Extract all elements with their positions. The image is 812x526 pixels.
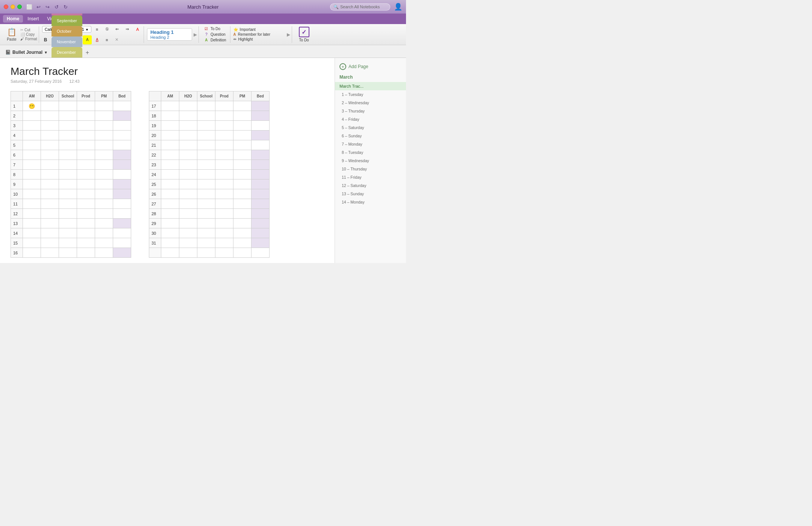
cell-left-16-h2o[interactable]	[41, 248, 59, 258]
sidebar-active-page[interactable]: March Trac...	[335, 82, 406, 90]
cell-left-6-prod[interactable]	[77, 150, 95, 160]
cell-right-31-h2o[interactable]	[179, 238, 197, 248]
cell-left-15-am[interactable]	[23, 238, 41, 248]
account-icon[interactable]: 👤	[394, 3, 402, 11]
cell-right-30-prod[interactable]	[215, 228, 233, 238]
cell-right-empty[interactable]	[161, 248, 179, 258]
maximize-button[interactable]	[17, 5, 22, 9]
cell-left-2-h2o[interactable]	[41, 111, 59, 121]
undo-icon[interactable]: ↺	[53, 4, 59, 10]
cell-right-24-school[interactable]	[197, 170, 215, 179]
definition-tag-item[interactable]: A Definition	[204, 38, 226, 43]
cell-left-6-bed[interactable]	[113, 150, 131, 160]
increase-indent-button[interactable]: ⇒	[123, 25, 132, 34]
cell-right-21-am[interactable]	[161, 140, 179, 150]
cell-left-16-bed[interactable]	[113, 248, 131, 258]
cell-right-19-am[interactable]	[161, 121, 179, 131]
cell-right-28-am[interactable]	[161, 209, 179, 219]
clear-format-button[interactable]: A	[133, 25, 142, 34]
cell-left-9-school[interactable]	[59, 179, 77, 189]
cell-left-13-pm[interactable]	[95, 219, 113, 228]
cell-right-29-am[interactable]	[161, 219, 179, 228]
cell-right-27-prod[interactable]	[215, 199, 233, 209]
cell-right-26-bed[interactable]	[251, 189, 270, 199]
cell-left-4-bed[interactable]	[113, 131, 131, 140]
cell-left-7-am[interactable]	[23, 160, 41, 170]
cell-right-19-bed[interactable]	[251, 121, 270, 131]
cell-left-13-bed[interactable]	[113, 219, 131, 228]
cell-right-27-h2o[interactable]	[179, 199, 197, 209]
sidebar-page-item[interactable]: 5 – Saturday	[335, 123, 406, 132]
cell-left-16-pm[interactable]	[95, 248, 113, 258]
cell-right-empty[interactable]	[233, 248, 251, 258]
cell-right-27-bed[interactable]	[251, 199, 270, 209]
cell-right-28-school[interactable]	[197, 209, 215, 219]
cell-right-24-bed[interactable]	[251, 170, 270, 179]
align-button[interactable]: ≡	[102, 35, 111, 44]
cell-right-18-bed[interactable]	[251, 111, 270, 121]
cell-left-8-prod[interactable]	[77, 170, 95, 179]
cell-right-29-prod[interactable]	[215, 219, 233, 228]
cell-left-9-am[interactable]	[23, 179, 41, 189]
todo-large-button[interactable]: To Do	[295, 26, 313, 43]
cell-right-19-h2o[interactable]	[179, 121, 197, 131]
cell-left-11-school[interactable]	[59, 199, 77, 209]
cell-left-7-school[interactable]	[59, 160, 77, 170]
cell-right-27-pm[interactable]	[233, 199, 251, 209]
cell-left-13-h2o[interactable]	[41, 219, 59, 228]
add-page-button[interactable]: + Add Page	[335, 61, 406, 72]
cut-button[interactable]: ✂ Cut	[20, 28, 37, 32]
cell-right-empty[interactable]	[197, 248, 215, 258]
cell-left-14-pm[interactable]	[95, 228, 113, 238]
cell-right-23-prod[interactable]	[215, 160, 233, 170]
cell-left-9-bed[interactable]	[113, 179, 131, 189]
search-box[interactable]: 🔍 Search All Notebooks	[330, 3, 390, 11]
cell-right-23-pm[interactable]	[233, 160, 251, 170]
headings-section[interactable]: Heading 1 Heading 2	[147, 28, 192, 41]
cell-right-20-prod[interactable]	[215, 131, 233, 140]
cell-right-31-school[interactable]	[197, 238, 215, 248]
todo-tag-item[interactable]: ☑ To Do	[204, 27, 226, 31]
cell-left-3-prod[interactable]	[77, 121, 95, 131]
cell-left-10-bed[interactable]	[113, 189, 131, 199]
cell-right-20-h2o[interactable]	[179, 131, 197, 140]
cell-left-3-school[interactable]	[59, 121, 77, 131]
cell-left-3-h2o[interactable]	[41, 121, 59, 131]
cell-left-4-pm[interactable]	[95, 131, 113, 140]
cell-right-22-am[interactable]	[161, 150, 179, 160]
cell-right-28-h2o[interactable]	[179, 209, 197, 219]
cell-right-25-pm[interactable]	[233, 179, 251, 189]
bullets-button[interactable]: ≡	[92, 25, 102, 34]
cell-left-10-h2o[interactable]	[41, 189, 59, 199]
sidebar-page-item[interactable]: 4 – Friday	[335, 115, 406, 123]
cell-left-16-school[interactable]	[59, 248, 77, 258]
cell-right-31-bed[interactable]	[251, 238, 270, 248]
paste-button[interactable]: 📋 Paste	[4, 26, 20, 43]
cell-left-6-pm[interactable]	[95, 150, 113, 160]
cell-right-28-bed[interactable]	[251, 209, 270, 219]
cell-right-20-school[interactable]	[197, 131, 215, 140]
cell-left-8-bed[interactable]	[113, 170, 131, 179]
cell-left-3-am[interactable]	[23, 121, 41, 131]
cell-right-24-am[interactable]	[161, 170, 179, 179]
cell-right-31-pm[interactable]	[233, 238, 251, 248]
cell-right-20-pm[interactable]	[233, 131, 251, 140]
cell-right-25-am[interactable]	[161, 179, 179, 189]
cell-left-7-pm[interactable]	[95, 160, 113, 170]
cell-right-21-school[interactable]	[197, 140, 215, 150]
highlight-button[interactable]: A	[83, 35, 92, 44]
sidebar-page-item[interactable]: 8 – Tuesday	[335, 148, 406, 157]
cell-right-23-school[interactable]	[197, 160, 215, 170]
cell-left-12-am[interactable]	[23, 209, 41, 219]
cell-right-28-prod[interactable]	[215, 209, 233, 219]
cell-left-1-am[interactable]: 😶	[23, 101, 41, 111]
copy-button[interactable]: ⬜ Copy	[20, 32, 37, 36]
cell-left-10-prod[interactable]	[77, 189, 95, 199]
cell-left-12-pm[interactable]	[95, 209, 113, 219]
cell-right-22-pm[interactable]	[233, 150, 251, 160]
cell-left-7-h2o[interactable]	[41, 160, 59, 170]
cell-left-15-bed[interactable]	[113, 238, 131, 248]
bold-button[interactable]: B	[42, 36, 49, 43]
cell-left-12-h2o[interactable]	[41, 209, 59, 219]
minimize-button[interactable]	[11, 5, 15, 9]
